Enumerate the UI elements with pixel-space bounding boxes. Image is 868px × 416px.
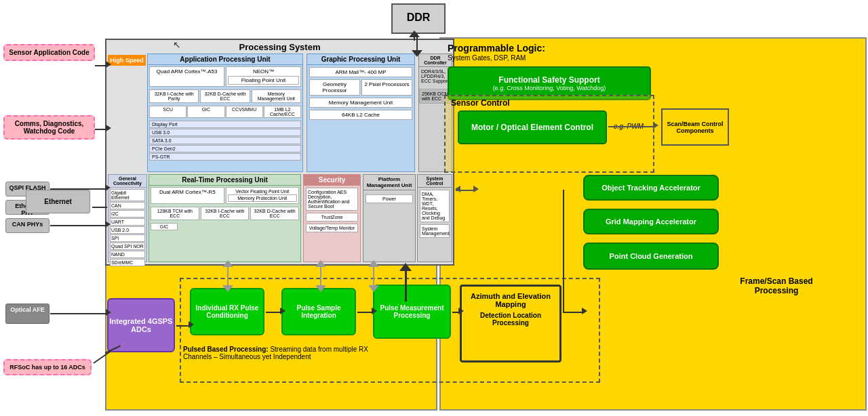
comms-arrow-head: [106, 125, 111, 131]
prog-logic-subtitle: System Gates, DSP, RAM: [448, 54, 526, 62]
scan-beam-label: Scan/Beam Control Components: [665, 121, 726, 134]
gc-title: General Connectivity: [108, 175, 146, 188]
ddr-arrow-head: [412, 50, 422, 57]
pulsed-text-label: Pulsed Based Processing:: [183, 346, 269, 353]
can-arrow-right: [50, 225, 108, 226]
gc-spi: SPI: [110, 234, 145, 242]
vert-arrow-2-tail: [315, 285, 326, 292]
rx-pulse-label: Individual RX Pulse Conditioning: [195, 304, 260, 319]
security-box: Security Configuration AES Decryption, A…: [303, 174, 361, 262]
adc-box: Integrated 4GSPS ADCs: [107, 298, 175, 352]
apu-scu: SCU: [149, 106, 186, 118]
pulse-sample-box: Pulse Sample Integration: [281, 288, 356, 335]
adc-to-rx-head: [189, 321, 194, 328]
adc-label: Integrated 4GSPS ADCs: [108, 317, 174, 333]
sc-mgmt: System Management: [420, 224, 450, 238]
comms-label: Comms, Diagnostics, Watchdog Code: [3, 115, 95, 140]
apu-title: Application Processing Unit: [148, 54, 302, 65]
point-cloud-label: Point Cloud Generation: [610, 252, 693, 260]
can-phys-box: CAN PHYs: [5, 218, 50, 233]
pm-to-az-head: [458, 308, 464, 314]
ddr-arrow-head-up: [409, 30, 420, 37]
gc-quad-spi: Quad SPI NOR: [110, 243, 145, 250]
functional-safety-detail: (e.g. Cross Monitoring, Voting, Watchdog…: [493, 85, 606, 91]
prog-logic-title: Programmable Logic:: [448, 43, 545, 54]
vert-arrow-1-head: [222, 260, 233, 267]
apu-display-port: Display Port: [149, 121, 301, 128]
object-tracking-box: Object Tracking Accelerator: [583, 175, 719, 201]
cursor: ↖: [173, 39, 181, 51]
gpu-box: Graphic Processing Unit ARM Mali™- 400 M…: [307, 54, 415, 172]
sensor-app-arrow-head: [106, 61, 111, 68]
motor-optical-label: Motor / Optical Element Control: [471, 123, 593, 132]
qspi-arrow-right: [50, 188, 108, 190]
rpu-title: Real-Time Processing Unit: [149, 175, 300, 186]
ddr-label: DDR: [407, 12, 431, 23]
vert-arrow-3-head: [368, 260, 379, 267]
ethernet-label: Ethernet: [26, 190, 90, 213]
processing-system-title: Processing System: [106, 40, 453, 54]
azimuth-box: Azimuth and Elevation Mapping Detection …: [460, 285, 561, 362]
high-speed-label: High Speed: [108, 55, 146, 66]
apu-neon: NEON™ Floating Point Unit: [226, 66, 301, 87]
pulse-sample-label: Pulse Sample Integration: [286, 304, 351, 319]
pwm-arrow-head: [653, 122, 658, 129]
gc-can: CAN: [110, 202, 145, 209]
ddr-controller-title: DDR Controller: [419, 54, 452, 67]
gpu-geometry: Geometry Processor: [309, 79, 360, 96]
rfsoc-label: RFSoC has up to 16 ADCs: [3, 359, 92, 375]
rpu-gic: GIC: [151, 223, 178, 230]
vert-arrow-1: [227, 264, 229, 288]
main-container: DDR Processing System High Speed Applica…: [0, 0, 868, 416]
pl-to-ps-head: [455, 186, 460, 192]
gpu-mmu: Memory Management Unit: [309, 98, 412, 108]
apu-pcie: PCIe Gen2: [149, 145, 301, 152]
object-tracking-label: Object Tracking Accelerator: [601, 184, 701, 192]
apu-l2cache: 1MB L2 Cache/ECC: [264, 106, 301, 118]
processing-system: Processing System High Speed Application…: [105, 39, 454, 266]
gc-sd: SD/eMMC: [110, 259, 145, 266]
vert-arrow-3-tail: [368, 285, 379, 292]
eth-arrow: [92, 207, 107, 208]
optical-afe-label: Optical AFE: [5, 304, 50, 324]
gpu-title: Graphic Processing Unit: [307, 54, 414, 65]
ps-to-pm-head: [372, 308, 377, 314]
ddr-controller-detail: DDR4/3/3L, LPDDR4/3, ECC Support: [419, 67, 452, 85]
rx-pulse-box: Individual RX Pulse Conditioning: [190, 288, 264, 335]
grid-mapping-label: Grid Mapping Accelerator: [606, 217, 696, 226]
sensor-app-label: Sensor Application Code: [3, 44, 95, 61]
gc-eth: Gigabit Ethernet: [110, 189, 145, 201]
frame-scan-label: Frame/Scan Based Processing: [729, 276, 824, 295]
rpu-box: Real-Time Processing Unit Dual ARM Corte…: [149, 174, 301, 262]
motor-optical-box: Motor / Optical Element Control: [458, 110, 607, 144]
comms-text: Comms, Diagnostics, Watchdog Code: [15, 120, 84, 135]
can-arrow-head: [105, 221, 111, 228]
azimuth-label: Azimuth and Elevation Mapping: [467, 292, 554, 308]
optical-to-adc-head: [106, 309, 111, 316]
apu-psgtr: PS-GTR: [149, 153, 301, 161]
gpu-mali: ARM Mali™- 400 MP: [309, 67, 412, 77]
rpu-icache: 32KB I-Cache with ECC: [201, 207, 250, 220]
sensor-control-label: Sensor Control: [451, 98, 510, 108]
pulsed-text-area: Pulsed Based Processing: Streaming data …: [183, 346, 380, 360]
vert-arrow-1-tail: [222, 285, 233, 292]
pl-to-ps-head2: [473, 186, 479, 192]
security-aes: Configuration AES Decryption, Authentifi…: [306, 188, 358, 211]
sc-title: System Control: [418, 175, 452, 188]
grid-mapping-box: Grid Mapping Accelerator: [583, 209, 719, 234]
vert-arrow-2-head: [315, 260, 326, 267]
apu-dcache: 32KB D-Cache with ECC: [200, 89, 250, 103]
az-vert-up: [563, 190, 564, 312]
optical-to-adc: [50, 313, 108, 314]
apu-usb3: USB 3.0: [149, 129, 301, 136]
security-voltage: Voltage/Temp Monitor: [306, 224, 358, 232]
sensor-app-text: Sensor Application Code: [9, 49, 90, 56]
pulse-measurement-box: Pulse Measurement Processing: [373, 285, 451, 339]
pwm-arrow: [608, 126, 656, 127]
general-connectivity-box: General Connectivity Gigabit Ethernet CA…: [108, 174, 147, 262]
rx-to-ps-head: [280, 308, 285, 314]
security-trustzone: TrustZone: [306, 213, 358, 222]
gpu-pixel: 2 Pixel Processors: [361, 79, 412, 96]
gc-uart: UART: [110, 218, 145, 226]
ddr-top-box: DDR: [391, 3, 446, 34]
